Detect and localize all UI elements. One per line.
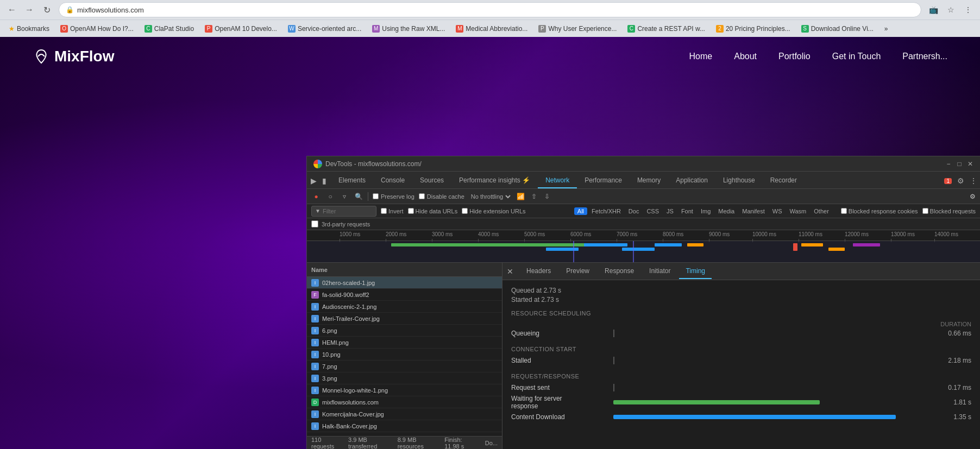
tab-memory[interactable]: Memory	[630, 173, 668, 188]
file-item-halk[interactable]: I Halk-Bank-Cover.jpg	[307, 420, 502, 432]
hide-ext-urls-checkbox[interactable]: Hide extension URLs	[462, 208, 525, 214]
bookmark-more[interactable]: »	[880, 24, 893, 34]
blocked-cookies-checkbox[interactable]: Blocked response cookies	[841, 208, 918, 214]
bookmark-service[interactable]: W Service-oriented arc...	[284, 24, 366, 34]
hide-ext-urls-input[interactable]	[462, 208, 468, 214]
back-button[interactable]: ←	[4, 2, 20, 17]
devtools-titlebar: DevTools - mixflowsolutions.com/ − □ ✕	[307, 156, 980, 172]
tl-bar-red	[793, 243, 797, 251]
tab-performance-insights[interactable]: Performance insights ⚡	[451, 173, 538, 188]
filter-input[interactable]	[323, 208, 366, 214]
type-btn-js[interactable]: JS	[663, 207, 677, 215]
type-btn-all[interactable]: All	[574, 207, 587, 215]
file-item-6png[interactable]: I 6.png	[307, 325, 502, 337]
blocked-cookies-input[interactable]	[841, 208, 847, 214]
record-button[interactable]: ●	[311, 192, 321, 201]
bookmark-download[interactable]: S Download Online Vi...	[797, 24, 878, 34]
type-btn-manifest[interactable]: Manifest	[739, 207, 768, 215]
more-button[interactable]: ⋮	[960, 2, 976, 17]
filter-toggle-button[interactable]: ▿	[340, 192, 349, 201]
reload-button[interactable]: ↻	[39, 2, 54, 17]
file-item-mixflow[interactable]: D mixflowsolutions.com	[307, 396, 502, 408]
detail-close-button[interactable]: ✕	[507, 267, 513, 276]
invert-checkbox[interactable]: Invert	[381, 208, 404, 214]
bookmark-openam[interactable]: O OpenAM How Do I?...	[56, 24, 138, 34]
bookmark-pricing[interactable]: 2 20 Pricing Principles...	[712, 24, 795, 34]
bookmark-ux[interactable]: P Why User Experience...	[534, 24, 621, 34]
tab-detail-timing[interactable]: Timing	[679, 264, 712, 279]
file-icon-img: I	[311, 375, 319, 382]
type-btn-doc[interactable]: Doc	[625, 207, 643, 215]
file-item-font[interactable]: F fa-solid-900.woff2	[307, 289, 502, 301]
bookmark-rest[interactable]: C Create a REST API w...	[623, 24, 709, 34]
tab-detail-preview[interactable]: Preview	[560, 264, 596, 279]
forward-button[interactable]: →	[22, 2, 37, 17]
tab-detail-headers[interactable]: Headers	[520, 264, 557, 279]
blocked-requests-checkbox[interactable]: Blocked requests	[922, 208, 976, 214]
search-button[interactable]: 🔍	[354, 192, 363, 201]
tab-detail-initiator[interactable]: Initiator	[643, 264, 677, 279]
invert-input[interactable]	[381, 208, 387, 214]
disable-cache-checkbox[interactable]: Disable cache	[419, 193, 464, 200]
hide-data-urls-input[interactable]	[408, 208, 414, 214]
type-btn-other[interactable]: Other	[811, 207, 832, 215]
tab-recorder[interactable]: Recorder	[763, 173, 805, 188]
file-item-monnel[interactable]: I Monnel-logo-white-1.png	[307, 384, 502, 396]
disable-cache-input[interactable]	[419, 193, 425, 199]
file-item-10png[interactable]: I 10.png	[307, 349, 502, 361]
file-item-meri[interactable]: I Meri-Trailer-Cover.jpg	[307, 313, 502, 325]
tab-detail-response[interactable]: Response	[598, 264, 640, 279]
address-bar[interactable]: 🔒 mixflowsolutions.com	[59, 2, 921, 17]
inspect-icon[interactable]: ▶	[309, 176, 318, 185]
bookmark-openam2[interactable]: P OpenAM 10 Develo...	[200, 24, 281, 34]
preserve-log-input[interactable]	[373, 193, 379, 199]
type-btn-fetch-xhr[interactable]: Fetch/XHR	[588, 207, 624, 215]
bookmark-medical[interactable]: M Medical Abbreviatio...	[451, 24, 532, 34]
devtools-restore-button[interactable]: □	[956, 161, 963, 167]
type-btn-css[interactable]: CSS	[643, 207, 662, 215]
type-btn-wasm[interactable]: Wasm	[787, 207, 810, 215]
third-party-checkbox[interactable]	[311, 220, 318, 227]
bookmark-clapat[interactable]: C ClaPat Studio	[140, 24, 198, 34]
export-icon[interactable]: ⇩	[543, 192, 551, 201]
type-btn-media[interactable]: Media	[715, 207, 738, 215]
settings-network-icon[interactable]: ⚙	[970, 193, 976, 200]
import-icon[interactable]: ⇧	[530, 192, 538, 201]
preserve-log-checkbox[interactable]: Preserve log	[373, 193, 414, 200]
nav-about[interactable]: About	[734, 52, 757, 61]
file-item-7png[interactable]: I 7.png	[307, 361, 502, 372]
nav-portfolio[interactable]: Portfolio	[778, 52, 811, 61]
more-tools-icon[interactable]: ⋮	[969, 176, 978, 185]
settings-icon[interactable]: ⚙	[956, 176, 965, 185]
tab-performance[interactable]: Performance	[577, 173, 630, 188]
nav-partners[interactable]: Partnersh...	[902, 52, 947, 61]
tab-network[interactable]: Network	[538, 173, 577, 188]
tab-sources[interactable]: Sources	[412, 173, 451, 188]
clear-button[interactable]: ○	[325, 192, 335, 201]
type-btn-font[interactable]: Font	[678, 207, 696, 215]
file-item-hemi[interactable]: I HEMI.png	[307, 337, 502, 349]
file-item-hero[interactable]: I 02hero-scaled-1.jpg	[307, 277, 502, 289]
file-item-3png[interactable]: I 3.png	[307, 372, 502, 384]
type-btn-img[interactable]: Img	[698, 207, 714, 215]
bookmarks-folder[interactable]: ★ Bookmarks	[4, 24, 54, 34]
bookmark-xml[interactable]: M Using the Raw XML...	[368, 24, 449, 34]
type-btn-ws[interactable]: WS	[769, 207, 786, 215]
devtools-minimize-button[interactable]: −	[945, 161, 952, 167]
tab-application[interactable]: Application	[668, 173, 715, 188]
tab-elements[interactable]: Elements	[331, 173, 373, 188]
nav-contact[interactable]: Get in Touch	[832, 52, 881, 61]
favorites-button[interactable]: ☆	[943, 2, 958, 17]
tab-console[interactable]: Console	[373, 173, 412, 188]
throttle-select[interactable]: No throttling	[469, 193, 512, 200]
tab-lighthouse[interactable]: Lighthouse	[715, 173, 763, 188]
cast-button[interactable]: 📺	[926, 2, 941, 17]
nav-home[interactable]: Home	[689, 52, 713, 61]
devtools-close-button[interactable]: ✕	[967, 161, 973, 167]
hide-data-urls-checkbox[interactable]: Hide data URLs	[408, 208, 458, 214]
file-item-komercijalna[interactable]: I Komercijalna-Cover.jpg	[307, 408, 502, 420]
file-item-audioscenic[interactable]: I Audioscenic-2-1.png	[307, 301, 502, 313]
device-icon[interactable]: ▮	[320, 176, 329, 185]
blocked-requests-input[interactable]	[922, 208, 928, 214]
file-list-scroll[interactable]: I 02hero-scaled-1.jpg F fa-solid-900.wof…	[307, 277, 502, 436]
